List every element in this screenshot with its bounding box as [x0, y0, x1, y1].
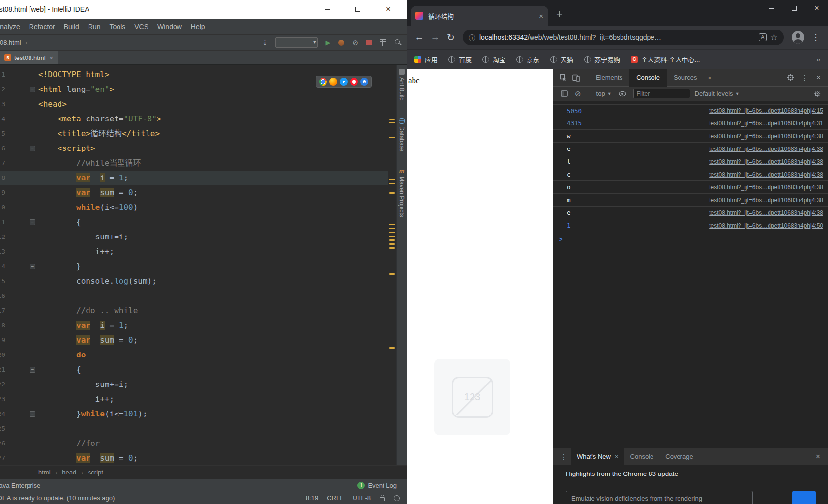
source-link[interactable]: test08.html?_ijt=6bs…dpett10683n4phj4:38 — [709, 146, 823, 152]
line-separator[interactable]: CRLF — [327, 494, 344, 502]
fold-marker[interactable]: − — [30, 367, 35, 373]
device-toolbar-icon[interactable] — [570, 71, 583, 84]
bookmark-item[interactable]: 京东 — [516, 55, 539, 64]
chrome-close-button[interactable]: × — [805, 0, 828, 17]
ide-close-button[interactable]: × — [384, 5, 392, 13]
console-sidebar-icon[interactable] — [558, 88, 570, 100]
drawer-tab-coverage[interactable]: Coverage — [659, 448, 699, 465]
event-log-button[interactable]: Event Log — [368, 482, 397, 489]
editor-tab-test08[interactable]: 5 test08.html × — [0, 51, 58, 64]
code-area[interactable]: e 1<!DOCTYPE html>2−<html lang="en">3<he… — [0, 65, 388, 465]
chrome-minimize-button[interactable] — [760, 0, 783, 17]
bookmark-item[interactable]: 应用 — [414, 55, 438, 64]
forward-button[interactable]: → — [427, 30, 443, 45]
bookmark-item[interactable]: 苏宁易购 — [584, 55, 620, 64]
more-tabs-icon[interactable]: » — [704, 74, 715, 81]
inspect-element-icon[interactable] — [557, 71, 570, 84]
address-bar[interactable]: ⓘ localhost:63342/web/web/test08.html?_i… — [463, 30, 784, 45]
translate-icon[interactable]: A — [759, 33, 767, 41]
console-messages[interactable]: 5050test08.html?_ijt=6bs…dpett10683n4phj… — [553, 101, 828, 448]
back-button[interactable]: ← — [412, 30, 427, 45]
menu-item-run[interactable]: Run — [84, 23, 105, 30]
ide-minimize-button[interactable] — [324, 5, 331, 13]
source-link[interactable]: test08.html?_ijt=6bs…dpett10683n4phj4:31 — [709, 120, 823, 127]
drawer-close-icon[interactable]: × — [812, 452, 824, 461]
lock-icon[interactable] — [380, 497, 385, 501]
fold-marker[interactable]: − — [30, 411, 35, 417]
tab-close-icon[interactable]: × — [539, 12, 543, 20]
menu-item-tools[interactable]: Tools — [105, 23, 130, 30]
bookmark-item[interactable]: 百度 — [448, 55, 472, 64]
tool-button-database[interactable]: Database — [397, 118, 407, 151]
breadcrumb-head[interactable]: head — [62, 469, 76, 476]
firefox-icon[interactable] — [329, 78, 337, 86]
menu-item-vcs[interactable]: VCS — [130, 23, 153, 30]
tool-button-ant-build[interactable]: Ant Build — [397, 69, 407, 101]
chrome-maximize-button[interactable] — [783, 0, 805, 17]
reload-button[interactable]: ↻ — [443, 30, 459, 45]
tab-close-icon[interactable]: × — [50, 54, 54, 61]
bookmark-item[interactable]: C个人资料-个人中心... — [631, 55, 700, 64]
console-settings-gear-icon[interactable] — [811, 88, 824, 100]
whats-new-blue-thumbnail[interactable] — [792, 491, 816, 504]
chrome-icon[interactable] — [319, 78, 327, 86]
page-info-icon[interactable]: ⓘ — [469, 32, 475, 42]
ide-maximize-button[interactable] — [354, 5, 362, 13]
source-link[interactable]: test08.html?_ijt=6bs…dpett10683n4phj4:38 — [709, 197, 823, 204]
stop-button[interactable] — [366, 40, 372, 45]
fold-marker[interactable]: − — [30, 264, 35, 269]
bookmark-item[interactable]: 淘宝 — [482, 55, 505, 64]
fold-marker[interactable]: − — [30, 146, 35, 151]
edge-icon[interactable]: e — [360, 78, 368, 86]
devtools-tab-console[interactable]: Console — [629, 69, 667, 87]
search-everywhere-icon[interactable] — [394, 39, 402, 46]
tab-close-icon[interactable]: × — [615, 453, 619, 460]
context-selector[interactable]: top ▼ — [596, 90, 612, 97]
source-link[interactable]: test08.html?_ijt=6bs…dpett10683n4phj4:38 — [709, 209, 823, 216]
fold-marker[interactable]: − — [30, 219, 35, 225]
devtools-tab-sources[interactable]: Sources — [667, 69, 704, 87]
browser-menu-icon[interactable]: ⋮ — [808, 32, 823, 43]
drawer-tab-console[interactable]: Console — [624, 448, 660, 465]
file-encoding[interactable]: UTF-8 — [353, 494, 371, 502]
debug-button[interactable] — [338, 40, 344, 46]
fold-marker[interactable]: − — [30, 87, 35, 92]
scrollbar-markers[interactable] — [388, 65, 396, 465]
web-page[interactable]: abc 123 — [407, 69, 553, 504]
devtools-settings-gear-icon[interactable] — [784, 71, 797, 84]
bookmark-item[interactable]: 天猫 — [550, 55, 573, 64]
whats-new-item[interactable]: Emulate vision deficiencies from the ren… — [566, 491, 753, 504]
menu-item-build[interactable]: Build — [59, 23, 84, 30]
navbar-file[interactable]: 08.html — [0, 39, 21, 46]
clear-console-icon[interactable]: ⊘ — [575, 89, 581, 98]
console-filter-input[interactable] — [633, 89, 690, 98]
source-link[interactable]: test08.html?_ijt=6bs…dpett10683n4phj4:38 — [709, 158, 823, 165]
run-button[interactable]: ▶ — [325, 39, 330, 46]
run-config-dropdown[interactable]: ▾ — [275, 37, 318, 48]
sort-icon[interactable]: ⇣ — [262, 39, 268, 47]
devtools-menu-icon[interactable]: ⋮ — [798, 74, 812, 82]
tool-button-maven[interactable]: m Maven Projects — [397, 168, 407, 217]
source-link[interactable]: test08.html?_ijt=6bs…dpett10683n4phj4:50 — [709, 222, 823, 229]
breadcrumb-html[interactable]: html — [38, 469, 51, 476]
opera-icon[interactable] — [350, 78, 358, 86]
source-link[interactable]: test08.html?_ijt=6bs…dpett10683n4phj4:15 — [709, 107, 823, 114]
safari-icon[interactable] — [340, 78, 348, 86]
layout-grid-icon[interactable] — [380, 39, 386, 46]
console-prompt[interactable]: > — [553, 232, 828, 246]
bookmark-star-icon[interactable]: ☆ — [770, 32, 778, 43]
source-link[interactable]: test08.html?_ijt=6bs…dpett10683n4phj4:38 — [709, 133, 823, 140]
indicator-icon[interactable] — [394, 495, 400, 501]
live-expression-eye-icon[interactable] — [616, 88, 629, 100]
menu-item-window[interactable]: Window — [153, 23, 186, 30]
menu-item-analyze[interactable]: Analyze — [0, 23, 25, 30]
menu-item-help[interactable]: Help — [186, 23, 209, 30]
devtools-tab-elements[interactable]: Elements — [589, 69, 629, 87]
log-level-selector[interactable]: Default levels ▼ — [695, 90, 739, 97]
profile-avatar[interactable] — [792, 31, 804, 44]
drawer-tab-what-s-new[interactable]: What's New× — [571, 448, 624, 465]
browser-tab[interactable]: 循环结构 × — [411, 6, 548, 26]
devtools-close-icon[interactable]: × — [813, 73, 824, 82]
coverage-button[interactable]: ⊘ — [352, 38, 358, 47]
new-tab-button[interactable]: + — [556, 8, 562, 21]
